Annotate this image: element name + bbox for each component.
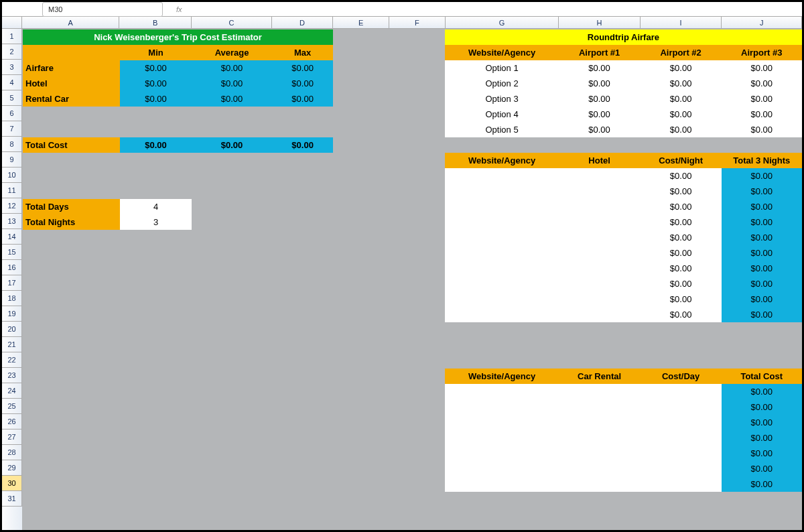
cell-I15[interactable]: $0.00	[640, 245, 722, 261]
cell-G31[interactable]	[445, 492, 559, 507]
cell-E29[interactable]	[333, 461, 389, 476]
col-header-I[interactable]: I	[641, 17, 722, 29]
cell-H9[interactable]: Hotel	[559, 153, 640, 168]
cell-G30[interactable]	[445, 476, 559, 492]
cell-J4[interactable]: $0.00	[722, 76, 802, 91]
cell-A21[interactable]	[23, 338, 120, 353]
cell-G25[interactable]	[445, 399, 559, 415]
cell-G16[interactable]	[445, 261, 559, 276]
row-header-4[interactable]: 4	[2, 75, 22, 90]
cell-J2[interactable]: Airport #3	[722, 45, 802, 60]
cell-I10[interactable]: $0.00	[640, 168, 722, 184]
cell-H15[interactable]	[559, 245, 640, 261]
cell-B26[interactable]	[120, 415, 192, 430]
col-header-D[interactable]: D	[272, 17, 334, 29]
cell-H17[interactable]	[559, 276, 640, 291]
cell-A26[interactable]	[23, 415, 120, 430]
cell-J25[interactable]: $0.00	[722, 399, 802, 415]
cell-A18[interactable]	[23, 291, 120, 307]
cell-H26[interactable]	[559, 415, 640, 430]
cell-A13[interactable]: Total Nights	[23, 214, 120, 230]
cell-C24[interactable]	[192, 384, 272, 399]
cell-D10[interactable]	[272, 168, 334, 184]
cell-B10[interactable]	[120, 168, 192, 184]
cell-J3[interactable]: $0.00	[722, 60, 802, 76]
cell-F5[interactable]	[389, 91, 445, 107]
cell-F12[interactable]	[389, 199, 445, 214]
cell-F22[interactable]	[389, 353, 445, 369]
cell-C25[interactable]	[192, 399, 272, 415]
row-header-20[interactable]: 20	[2, 322, 22, 337]
cell-H5[interactable]: $0.00	[559, 91, 640, 107]
cell-D30[interactable]	[272, 476, 334, 492]
cell-D20[interactable]	[272, 322, 334, 338]
col-header-C[interactable]: C	[192, 17, 272, 29]
cell-A31[interactable]	[23, 492, 120, 507]
cell-I14[interactable]: $0.00	[640, 230, 722, 245]
col-header-H[interactable]: H	[559, 17, 641, 29]
cell-G3[interactable]: Option 1	[445, 60, 559, 76]
row-header-15[interactable]: 15	[2, 245, 22, 260]
cell-J26[interactable]: $0.00	[722, 415, 802, 430]
cell-D18[interactable]	[272, 291, 334, 307]
cell-F11[interactable]	[389, 184, 445, 199]
cell-A24[interactable]	[23, 384, 120, 399]
cell-C11[interactable]	[192, 184, 272, 199]
cell-C6[interactable]	[192, 107, 272, 122]
cell-I19[interactable]: $0.00	[640, 307, 722, 322]
cell-B20[interactable]	[120, 322, 192, 338]
cell-G27[interactable]	[445, 430, 559, 446]
cell-D22[interactable]	[272, 353, 334, 369]
cell-C7[interactable]	[192, 122, 272, 137]
cell-D31[interactable]	[272, 492, 334, 507]
cell-E8[interactable]	[333, 137, 389, 153]
cell-A5[interactable]: Rental Car	[23, 91, 120, 107]
cell-F31[interactable]	[389, 492, 445, 507]
cell-G29[interactable]	[445, 461, 559, 476]
cell-D23[interactable]	[272, 369, 334, 384]
cell-A29[interactable]	[23, 461, 120, 476]
row-header-7[interactable]: 7	[2, 121, 22, 137]
cell-D6[interactable]	[272, 107, 334, 122]
cell-A10[interactable]	[23, 168, 120, 184]
cell-D11[interactable]	[272, 184, 334, 199]
cell-H16[interactable]	[559, 261, 640, 276]
cell-J13[interactable]: $0.00	[722, 214, 802, 230]
cell-G7[interactable]: Option 5	[445, 122, 559, 137]
cell-D9[interactable]	[272, 153, 334, 168]
cell-H31[interactable]	[559, 492, 640, 507]
cell-H20[interactable]	[559, 322, 640, 338]
cell-F20[interactable]	[389, 322, 445, 338]
cell-E3[interactable]	[333, 60, 389, 76]
cell-D25[interactable]	[272, 399, 334, 415]
cell-B13[interactable]: 3	[120, 214, 192, 230]
cell-F9[interactable]	[389, 153, 445, 168]
cell-A30[interactable]	[23, 476, 120, 492]
cell-F3[interactable]	[389, 60, 445, 76]
cell-G6[interactable]: Option 4	[445, 107, 559, 122]
cell-E15[interactable]	[333, 245, 389, 261]
row-header-12[interactable]: 12	[2, 198, 22, 214]
cell-B25[interactable]	[120, 399, 192, 415]
cell-H13[interactable]	[559, 214, 640, 230]
cell-F1[interactable]	[389, 29, 445, 45]
cell-G15[interactable]	[445, 245, 559, 261]
row-header-9[interactable]: 9	[2, 152, 22, 168]
cell-I11[interactable]: $0.00	[640, 184, 722, 199]
cell-I9[interactable]: Cost/Night	[640, 153, 722, 168]
cell-I23[interactable]: Cost/Day	[640, 369, 722, 384]
cell-B21[interactable]	[120, 338, 192, 353]
cell-E10[interactable]	[333, 168, 389, 184]
cell-C12[interactable]	[192, 199, 272, 214]
cell-H7[interactable]: $0.00	[559, 122, 640, 137]
cell-G11[interactable]	[445, 184, 559, 199]
cell-E18[interactable]	[333, 291, 389, 307]
cell-J12[interactable]: $0.00	[722, 199, 802, 214]
cell-A6[interactable]	[23, 107, 120, 122]
row-header-1[interactable]: 1	[2, 29, 22, 44]
cell-G21[interactable]	[445, 338, 559, 353]
col-header-F[interactable]: F	[389, 17, 446, 29]
cell-I22[interactable]	[640, 353, 722, 369]
cell-A22[interactable]	[23, 353, 120, 369]
cell-H29[interactable]	[559, 461, 640, 476]
